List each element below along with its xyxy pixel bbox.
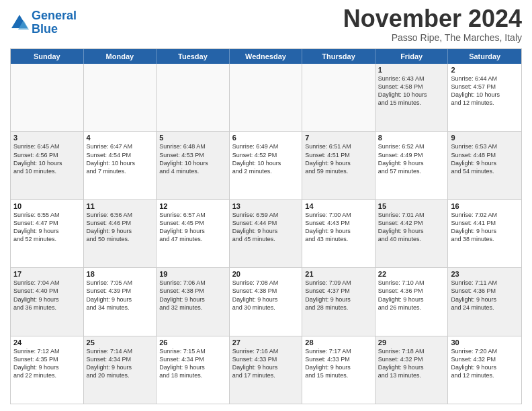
day-number: 8 <box>378 134 445 142</box>
location: Passo Ripe, The Marches, Italy <box>343 32 522 43</box>
header: General Blue November 2024 Passo Ripe, T… <box>10 7 522 43</box>
day-info: Sunrise: 7:12 AM Sunset: 4:35 PM Dayligh… <box>13 347 81 380</box>
day-info: Sunrise: 7:00 AM Sunset: 4:43 PM Dayligh… <box>305 211 372 244</box>
day-number: 16 <box>451 202 519 210</box>
day-info: Sunrise: 6:45 AM Sunset: 4:56 PM Dayligh… <box>13 142 81 175</box>
logo: General Blue <box>10 9 77 36</box>
day-cell-21: 21Sunrise: 7:09 AM Sunset: 4:37 PM Dayli… <box>302 268 375 335</box>
day-info: Sunrise: 7:01 AM Sunset: 4:42 PM Dayligh… <box>378 211 445 244</box>
header-day-monday: Monday <box>84 49 157 64</box>
day-number: 26 <box>159 338 226 347</box>
day-cell-14: 14Sunrise: 7:00 AM Sunset: 4:43 PM Dayli… <box>302 200 375 267</box>
day-number: 25 <box>87 338 154 347</box>
day-cell-17: 17Sunrise: 7:04 AM Sunset: 4:40 PM Dayli… <box>11 268 84 335</box>
empty-cell <box>230 64 303 131</box>
cal-week-3: 17Sunrise: 7:04 AM Sunset: 4:40 PM Dayli… <box>11 268 521 336</box>
day-number: 9 <box>451 134 519 142</box>
day-number: 20 <box>232 270 300 278</box>
day-info: Sunrise: 6:47 AM Sunset: 4:54 PM Dayligh… <box>87 142 154 175</box>
logo-line2: Blue <box>32 23 77 36</box>
day-info: Sunrise: 7:16 AM Sunset: 4:33 PM Dayligh… <box>232 347 300 380</box>
day-number: 14 <box>305 202 372 210</box>
day-cell-27: 27Sunrise: 7:16 AM Sunset: 4:33 PM Dayli… <box>230 336 303 404</box>
day-number: 3 <box>13 134 81 142</box>
day-cell-19: 19Sunrise: 7:06 AM Sunset: 4:38 PM Dayli… <box>157 268 230 335</box>
logo-icon <box>10 13 29 32</box>
day-number: 27 <box>232 338 300 347</box>
day-number: 11 <box>87 202 154 210</box>
day-info: Sunrise: 6:56 AM Sunset: 4:46 PM Dayligh… <box>87 211 154 244</box>
day-number: 4 <box>87 134 154 142</box>
day-info: Sunrise: 7:15 AM Sunset: 4:34 PM Dayligh… <box>159 347 226 380</box>
day-info: Sunrise: 6:44 AM Sunset: 4:57 PM Dayligh… <box>451 75 519 107</box>
day-info: Sunrise: 6:48 AM Sunset: 4:53 PM Dayligh… <box>159 142 226 175</box>
day-info: Sunrise: 6:43 AM Sunset: 4:58 PM Dayligh… <box>378 75 445 107</box>
day-cell-26: 26Sunrise: 7:15 AM Sunset: 4:34 PM Dayli… <box>157 336 230 404</box>
empty-cell <box>11 64 84 131</box>
day-number: 5 <box>159 134 226 142</box>
day-cell-9: 9Sunrise: 6:53 AM Sunset: 4:48 PM Daylig… <box>448 132 521 199</box>
empty-cell <box>84 64 157 131</box>
day-info: Sunrise: 7:20 AM Sunset: 4:32 PM Dayligh… <box>451 347 519 380</box>
day-number: 19 <box>159 270 226 278</box>
header-right: November 2024 Passo Ripe, The Marches, I… <box>343 7 522 43</box>
day-cell-10: 10Sunrise: 6:55 AM Sunset: 4:47 PM Dayli… <box>11 200 84 267</box>
day-cell-13: 13Sunrise: 6:59 AM Sunset: 4:44 PM Dayli… <box>230 200 303 267</box>
day-number: 7 <box>305 134 372 142</box>
day-info: Sunrise: 6:55 AM Sunset: 4:47 PM Dayligh… <box>13 211 81 244</box>
day-number: 18 <box>87 270 154 278</box>
day-cell-2: 2Sunrise: 6:44 AM Sunset: 4:57 PM Daylig… <box>448 64 521 131</box>
day-number: 29 <box>378 338 445 347</box>
day-cell-25: 25Sunrise: 7:14 AM Sunset: 4:34 PM Dayli… <box>84 336 157 404</box>
day-cell-11: 11Sunrise: 6:56 AM Sunset: 4:46 PM Dayli… <box>84 200 157 267</box>
day-number: 6 <box>232 134 300 142</box>
day-cell-8: 8Sunrise: 6:52 AM Sunset: 4:49 PM Daylig… <box>375 132 449 199</box>
cal-week-0: 1Sunrise: 6:43 AM Sunset: 4:58 PM Daylig… <box>11 64 521 132</box>
cal-week-4: 24Sunrise: 7:12 AM Sunset: 4:35 PM Dayli… <box>11 336 521 404</box>
header-day-friday: Friday <box>375 49 449 64</box>
day-cell-20: 20Sunrise: 7:08 AM Sunset: 4:38 PM Dayli… <box>230 268 303 335</box>
page: General Blue November 2024 Passo Ripe, T… <box>0 0 532 411</box>
day-number: 28 <box>305 338 372 347</box>
day-info: Sunrise: 7:17 AM Sunset: 4:33 PM Dayligh… <box>305 347 372 380</box>
day-cell-22: 22Sunrise: 7:10 AM Sunset: 4:36 PM Dayli… <box>375 268 449 335</box>
day-number: 12 <box>159 202 226 210</box>
day-cell-15: 15Sunrise: 7:01 AM Sunset: 4:42 PM Dayli… <box>375 200 449 267</box>
day-info: Sunrise: 7:18 AM Sunset: 4:32 PM Dayligh… <box>378 347 445 380</box>
day-cell-3: 3Sunrise: 6:45 AM Sunset: 4:56 PM Daylig… <box>11 132 84 199</box>
day-number: 21 <box>305 270 372 278</box>
header-day-thursday: Thursday <box>302 49 375 64</box>
header-day-sunday: Sunday <box>11 49 84 64</box>
day-number: 23 <box>451 270 519 278</box>
day-info: Sunrise: 7:06 AM Sunset: 4:38 PM Dayligh… <box>159 279 226 312</box>
day-cell-18: 18Sunrise: 7:05 AM Sunset: 4:39 PM Dayli… <box>84 268 157 335</box>
day-info: Sunrise: 7:14 AM Sunset: 4:34 PM Dayligh… <box>87 347 154 380</box>
logo-line1: General <box>32 9 77 23</box>
day-info: Sunrise: 7:02 AM Sunset: 4:41 PM Dayligh… <box>451 211 519 244</box>
day-cell-29: 29Sunrise: 7:18 AM Sunset: 4:32 PM Dayli… <box>375 336 449 404</box>
day-number: 24 <box>13 338 81 347</box>
cal-week-1: 3Sunrise: 6:45 AM Sunset: 4:56 PM Daylig… <box>11 132 521 199</box>
header-day-saturday: Saturday <box>448 49 521 64</box>
day-cell-23: 23Sunrise: 7:11 AM Sunset: 4:36 PM Dayli… <box>448 268 521 335</box>
day-cell-16: 16Sunrise: 7:02 AM Sunset: 4:41 PM Dayli… <box>448 200 521 267</box>
logo-text: General Blue <box>32 9 77 36</box>
day-number: 22 <box>378 270 445 278</box>
day-cell-7: 7Sunrise: 6:51 AM Sunset: 4:51 PM Daylig… <box>302 132 375 199</box>
day-info: Sunrise: 7:08 AM Sunset: 4:38 PM Dayligh… <box>232 279 300 312</box>
day-cell-5: 5Sunrise: 6:48 AM Sunset: 4:53 PM Daylig… <box>157 132 230 199</box>
calendar-body: 1Sunrise: 6:43 AM Sunset: 4:58 PM Daylig… <box>11 64 521 404</box>
day-info: Sunrise: 7:10 AM Sunset: 4:36 PM Dayligh… <box>378 279 445 312</box>
calendar: SundayMondayTuesdayWednesdayThursdayFrid… <box>10 48 522 404</box>
day-info: Sunrise: 6:52 AM Sunset: 4:49 PM Dayligh… <box>378 142 445 175</box>
day-info: Sunrise: 6:59 AM Sunset: 4:44 PM Dayligh… <box>232 211 300 244</box>
calendar-header: SundayMondayTuesdayWednesdayThursdayFrid… <box>11 49 521 64</box>
header-day-wednesday: Wednesday <box>230 49 303 64</box>
day-info: Sunrise: 6:49 AM Sunset: 4:52 PM Dayligh… <box>232 142 300 175</box>
day-info: Sunrise: 6:53 AM Sunset: 4:48 PM Dayligh… <box>451 142 519 175</box>
day-number: 17 <box>13 270 81 278</box>
day-cell-30: 30Sunrise: 7:20 AM Sunset: 4:32 PM Dayli… <box>448 336 521 404</box>
day-info: Sunrise: 7:09 AM Sunset: 4:37 PM Dayligh… <box>305 279 372 312</box>
cal-week-2: 10Sunrise: 6:55 AM Sunset: 4:47 PM Dayli… <box>11 200 521 268</box>
day-cell-6: 6Sunrise: 6:49 AM Sunset: 4:52 PM Daylig… <box>230 132 303 199</box>
